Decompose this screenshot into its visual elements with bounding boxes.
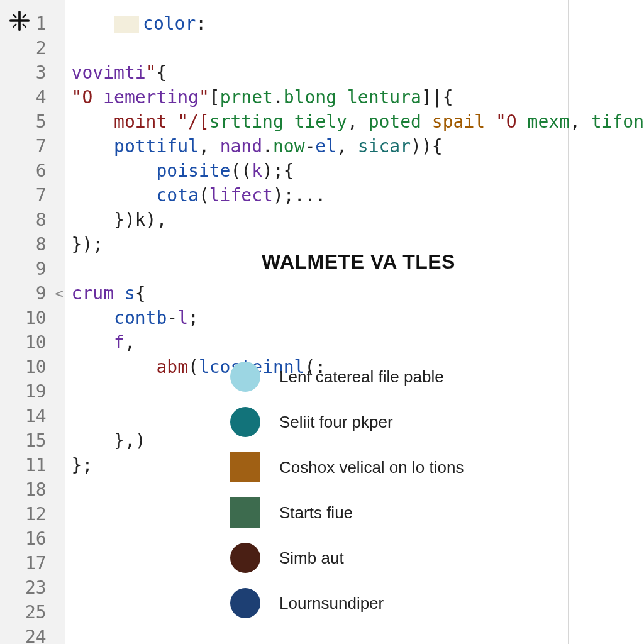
token: })k), [114, 209, 167, 230]
code-line[interactable]: vovimti"{ [72, 60, 644, 85]
token: - [305, 136, 316, 157]
line-number: 8 [0, 208, 47, 232]
token: (( [230, 160, 252, 181]
code-line[interactable]: poisite((k);{ [72, 158, 644, 183]
line-number: 8 [0, 232, 47, 257]
token: { [135, 283, 146, 304]
line-number: 9 [0, 281, 47, 306]
token: );{ [262, 160, 294, 181]
legend-item[interactable]: Lenf catereal file pable [230, 362, 620, 392]
fold-chevron-icon[interactable]: < [55, 281, 64, 306]
line-number: 5 [0, 109, 47, 134]
code-editor: 1234576788991010101914151118121617232524… [0, 0, 644, 644]
line-number: 2 [0, 36, 47, 60]
legend-label: Simb aut [279, 548, 344, 568]
code-line[interactable]: moint "/[srtting tiely, poted spail "O m… [72, 109, 644, 134]
token: "O [72, 87, 104, 108]
line-number: 16 [0, 526, 47, 551]
token: el [315, 136, 336, 157]
token: srtting tiely [209, 111, 347, 132]
legend-item[interactable]: Seliit four pkper [230, 407, 620, 437]
line-number: 25 [0, 600, 47, 625]
token: blong lentura [284, 87, 421, 108]
line-number: 3 [0, 60, 47, 85]
token: , [199, 136, 220, 157]
token: s [125, 283, 135, 304]
token: ıemerting [103, 87, 199, 108]
token [114, 16, 139, 33]
line-number: 18 [0, 477, 47, 502]
token: },) [114, 430, 146, 451]
color-swatch [230, 497, 260, 528]
legend-label: Lenf catereal file pable [279, 367, 444, 387]
line-number: 7 [0, 183, 47, 208]
line-number: 10 [0, 330, 47, 355]
token: vovimti [72, 62, 146, 83]
token: f [114, 332, 125, 353]
token: sicar [358, 136, 411, 157]
token: color [143, 13, 196, 34]
line-number: 10 [0, 306, 47, 330]
line-number: 14 [0, 404, 47, 428]
token: "/[ [177, 111, 209, 132]
editor-gutter: 1234576788991010101914151118121617232524… [0, 0, 65, 644]
overlay-title: WALMETE VA TLES [218, 250, 620, 274]
code-line[interactable] [72, 36, 644, 60]
legend-item[interactable]: Lournsundiper [230, 588, 620, 618]
code-line[interactable]: color: [72, 11, 644, 36]
color-swatch [230, 588, 260, 618]
line-number: 10 [0, 355, 47, 379]
token: lifect [209, 185, 273, 206]
color-swatch [230, 452, 260, 482]
token: : [196, 13, 206, 34]
token: nand [220, 136, 262, 157]
legend-overlay: WALMETE VA TLES Lenf catereal file pable… [218, 250, 620, 618]
legend-item[interactable]: Simb aut [230, 543, 620, 573]
legend-item[interactable]: Coshox velical on lo tions [230, 452, 620, 482]
token: cota [156, 185, 198, 206]
token: , [125, 332, 135, 353]
code-line[interactable]: "O ıemerting"[prnet.blong lentura]|{ [72, 85, 644, 109]
token: , [336, 136, 358, 157]
token: . [262, 136, 273, 157]
line-number: 23 [0, 575, 47, 600]
token: );... [273, 185, 326, 206]
token: " [199, 87, 209, 108]
token: ; [188, 308, 199, 328]
line-number: 17 [0, 551, 47, 575]
token: - [167, 308, 177, 328]
token: [ [209, 87, 220, 108]
code-line[interactable]: })k), [72, 208, 644, 232]
token: , [347, 111, 369, 132]
line-number: 7 [0, 134, 47, 158]
code-line[interactable] [72, 625, 644, 644]
legend-item[interactable]: Starts fiue [230, 497, 620, 528]
legend-label: Lournsundiper [279, 594, 384, 613]
token: mexm [528, 111, 570, 132]
line-number: 11 [0, 453, 47, 477]
token: poisite [156, 160, 230, 181]
token: { [156, 62, 167, 83]
cross-icon[interactable] [9, 10, 30, 31]
legend-list: Lenf catereal file pableSeliit four pkpe… [218, 362, 620, 618]
legend-label: Coshox velical on lo tions [279, 458, 464, 477]
line-number: 24 [0, 625, 47, 644]
color-swatch [230, 543, 260, 573]
token: now [273, 136, 305, 157]
token: )){ [411, 136, 443, 157]
legend-label: Seliit four pkper [279, 413, 393, 432]
token: crum [72, 283, 125, 304]
token: ]|{ [421, 87, 453, 108]
code-line[interactable]: pottiful, nand.now-el, sicar)){ [72, 134, 644, 158]
token: contb [114, 308, 167, 328]
token: , [570, 111, 591, 132]
token: abm [156, 357, 188, 377]
code-line[interactable]: cota(lifect);... [72, 183, 644, 208]
token: spail [432, 111, 496, 132]
line-number: 9 [0, 257, 47, 281]
token: prnet [220, 87, 273, 108]
token: pottiful [114, 136, 199, 157]
token: }); [72, 234, 104, 255]
color-swatch [230, 362, 260, 392]
line-numbers: 1234576788991010101914151118121617232524… [0, 11, 65, 644]
